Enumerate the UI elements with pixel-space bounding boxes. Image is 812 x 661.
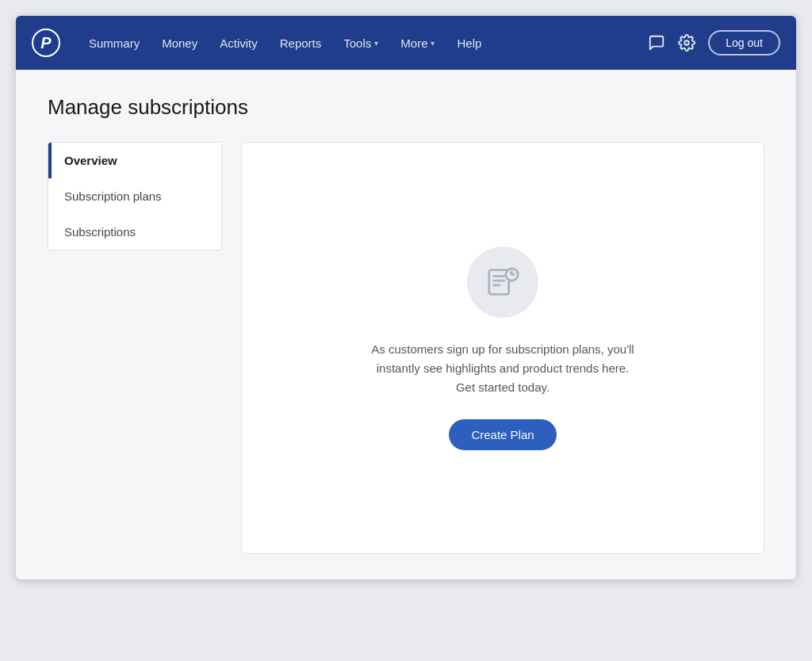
more-chevron-icon: ▾	[431, 39, 435, 48]
content-layout: Overview Subscription plans Subscription…	[48, 142, 764, 554]
browser-window: P Summary Money Activity Reports Tools ▾…	[16, 16, 796, 579]
logo-letter: P	[40, 34, 51, 52]
nav-more[interactable]: More ▾	[391, 30, 444, 56]
nav-help[interactable]: Help	[447, 30, 491, 56]
create-plan-button[interactable]: Create Plan	[449, 419, 556, 450]
navbar: P Summary Money Activity Reports Tools ▾…	[16, 16, 796, 70]
tools-chevron-icon: ▾	[374, 39, 378, 48]
nav-tools-label: Tools	[343, 36, 371, 50]
svg-point-0	[685, 40, 690, 45]
nav-links: Summary Money Activity Reports Tools ▾ M…	[79, 30, 648, 56]
logout-button[interactable]: Log out	[708, 30, 780, 55]
paypal-logo: P	[32, 29, 60, 57]
sidebar-item-subscriptions[interactable]: Subscriptions	[48, 214, 221, 250]
nav-reports[interactable]: Reports	[270, 30, 331, 56]
settings-icon[interactable]	[678, 34, 695, 52]
empty-state-description: As customers sign up for subscription pl…	[368, 340, 638, 397]
empty-state-icon	[467, 246, 538, 318]
subscription-illustration	[485, 264, 521, 300]
navbar-actions: Log out	[648, 30, 780, 55]
message-icon[interactable]	[648, 34, 665, 52]
nav-summary[interactable]: Summary	[79, 30, 149, 56]
sidebar: Overview Subscription plans Subscription…	[48, 142, 222, 250]
nav-more-label: More	[400, 36, 427, 50]
svg-line-8	[511, 271, 512, 273]
nav-money[interactable]: Money	[152, 30, 207, 56]
sidebar-item-overview[interactable]: Overview	[48, 143, 221, 178]
page-title: Manage subscriptions	[48, 95, 764, 120]
main-content: Manage subscriptions Overview Subscripti…	[16, 70, 796, 579]
main-panel: As customers sign up for subscription pl…	[241, 142, 764, 554]
nav-tools[interactable]: Tools ▾	[334, 30, 388, 56]
nav-activity[interactable]: Activity	[210, 30, 267, 56]
sidebar-item-subscription-plans[interactable]: Subscription plans	[48, 178, 221, 214]
